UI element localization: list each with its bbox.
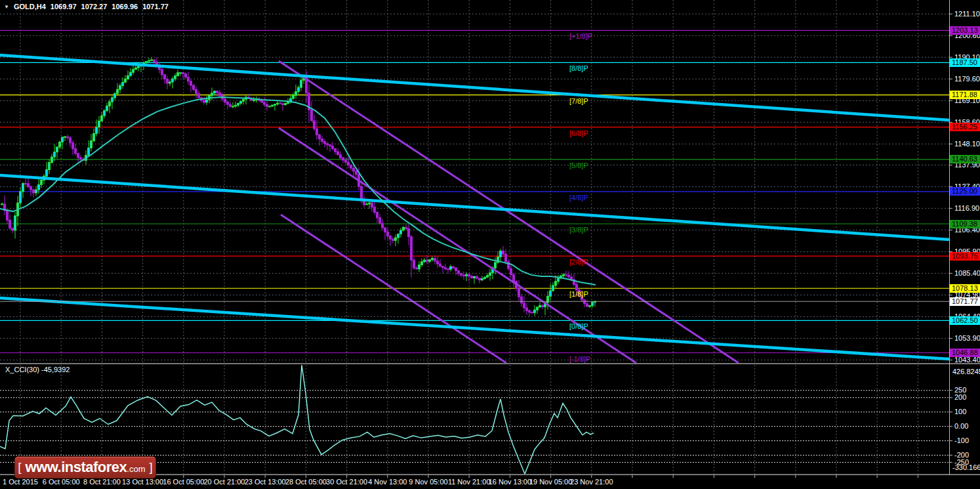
price-tick-label: 1116.90	[954, 204, 979, 213]
main-chart-pane[interactable]	[0, 0, 949, 363]
current-price-box: 1071.77	[950, 297, 980, 306]
ohlc-high: 1072.27	[81, 3, 108, 11]
cci-max-label: 426.8245	[952, 368, 980, 376]
murrey-price-box: 1156.25	[950, 123, 980, 131]
cci-indicator-label: X_CCI(30) -45,9392	[5, 366, 70, 373]
cci-min-label: -330.1663	[952, 463, 980, 472]
murrey-price-box: 1046.88	[950, 349, 980, 357]
price-tick-label: 1179.60	[954, 75, 980, 83]
murrey-level-label: [6/8]P	[569, 129, 588, 137]
cci-level-label: 0.00	[954, 422, 968, 431]
murrey-level-label: [8/8]P	[569, 64, 588, 72]
chart-window: ▼GOLD,H41069.971072.271069.961071.77 X_C…	[0, 0, 980, 489]
murrey-level-label: [2/8]P	[569, 258, 588, 266]
time-axis-label: 11 Nov 21:00	[448, 478, 491, 486]
price-tick-label: 1053.90	[954, 334, 980, 343]
murrey-level-label: [1/8]P	[569, 290, 588, 298]
murrey-price-box: 1203.13	[950, 26, 980, 35]
time-axis-label: 28 Oct 05:00	[285, 478, 327, 486]
time-axis-label: 1 Oct 2015	[3, 478, 38, 486]
watermark-suffix: .com	[127, 464, 145, 474]
cci-level-label: 200	[954, 393, 966, 402]
time-axis-label: 8 Oct 21:00	[83, 478, 121, 486]
time-axis-label: 30 Oct 21:00	[326, 478, 367, 486]
murrey-level-label: [-1/8]P	[569, 355, 590, 363]
cci-level-label: -100	[954, 436, 969, 445]
ohlc-low: 1069.96	[112, 3, 138, 11]
time-axis-label: 23 Oct 13:00	[245, 478, 286, 486]
chart-title: ▼GOLD,H41069.971072.271069.961071.77	[4, 3, 173, 11]
time-axis-label: 4 Nov 13:00	[368, 478, 407, 486]
time-axis-label: 16 Nov 13:00	[489, 478, 531, 486]
time-axis-label: 6 Oct 05:00	[43, 478, 80, 486]
price-tick-label: 1211.10	[954, 10, 980, 18]
time-axis-label: 9 Nov 05:00	[409, 478, 447, 486]
watermark-bracket-left: [	[18, 460, 21, 475]
cci-level-label: 100	[954, 408, 966, 416]
murrey-price-box: 1171.88	[950, 91, 980, 99]
time-axis-label: 16 Oct 05:00	[163, 478, 204, 486]
murrey-price-box: 1109.38	[950, 220, 980, 228]
murrey-price-box: 1093.75	[950, 252, 980, 261]
murrey-price-box: 1062.50	[950, 316, 980, 325]
price-axis[interactable]	[950, 0, 980, 474]
murrey-level-label: [+1/8]P	[569, 32, 592, 40]
price-tick-label: 1148.10	[954, 140, 980, 148]
price-tick-label: 1085.40	[954, 269, 980, 278]
instaforex-watermark: [ www.instaforex .com ]	[14, 456, 156, 478]
murrey-level-label: [7/8]P	[569, 97, 588, 105]
watermark-bracket-right: ]	[149, 460, 152, 475]
murrey-level-label: [4/8]P	[569, 194, 588, 202]
time-axis-label: 13 Oct 13:00	[122, 478, 163, 486]
symbol-timeframe: GOLD,H4	[14, 3, 46, 11]
ohlc-close: 1071.77	[142, 3, 169, 11]
time-axis-label: 23 Nov 21:00	[570, 478, 613, 486]
murrey-price-box: 1187.50	[950, 58, 980, 67]
murrey-price-box: 1140.63	[950, 155, 980, 163]
ohlc-open: 1069.97	[51, 3, 77, 11]
symbol-dropdown-icon[interactable]: ▼	[4, 4, 9, 10]
murrey-level-label: [0/8]P	[569, 322, 588, 330]
watermark-text: www.instaforex	[26, 459, 127, 476]
murrey-level-label: [5/8]P	[569, 161, 588, 169]
murrey-price-box: 1078.13	[950, 284, 980, 293]
time-axis-label: 19 Nov 05:00	[529, 478, 572, 486]
murrey-level-label: [3/8]P	[569, 226, 588, 234]
time-axis-label: 20 Oct 21:00	[204, 478, 245, 486]
murrey-price-box: 1125.00	[950, 187, 980, 196]
